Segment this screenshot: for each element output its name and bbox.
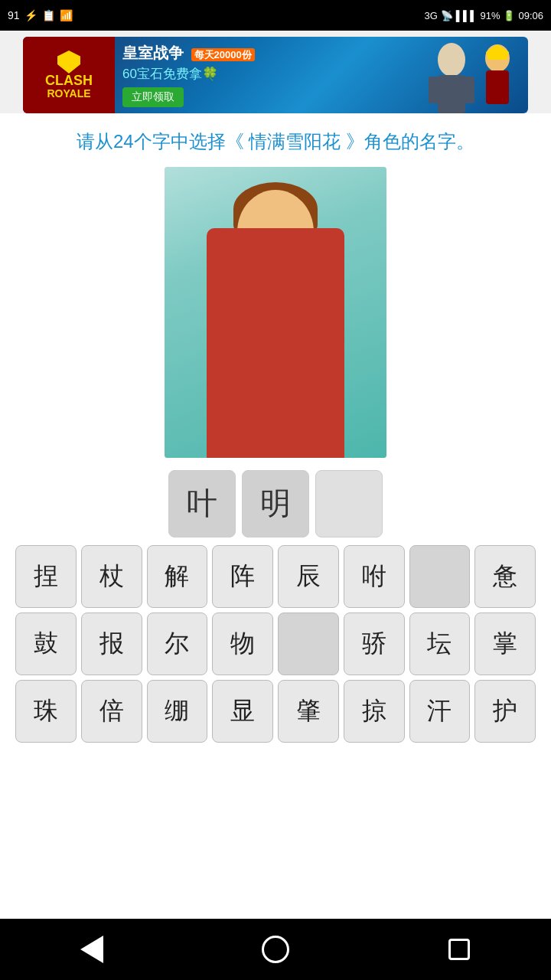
ad-content: 皇室战争 每天20000份 60宝石免费拿🍀 立即领取 xyxy=(115,37,413,113)
ad-logo-line2: ROYALE xyxy=(47,87,90,100)
ad-title-text: 皇室战争 xyxy=(122,44,184,61)
question-text: 请从24个字中选择《 情满雪阳花 》角色的名字。 xyxy=(15,129,536,155)
char-btn-r2-c0[interactable]: 珠 xyxy=(15,680,77,743)
char-btn-r2-c7[interactable]: 护 xyxy=(474,680,536,743)
char-btn-r2-c3[interactable]: 显 xyxy=(212,680,273,743)
ad-badge: 每天20000份 xyxy=(191,48,255,61)
char-btn-r1-c0[interactable]: 鼓 xyxy=(15,612,77,675)
char-btn-r0-c1[interactable]: 杖 xyxy=(81,545,142,608)
svg-rect-2 xyxy=(429,77,439,103)
clock: 09:06 xyxy=(518,10,543,21)
nav-bar xyxy=(0,919,551,980)
ad-logo-line1: CLASH xyxy=(45,74,93,87)
char-btn-r2-c2[interactable]: 绷 xyxy=(147,680,208,743)
battery-icon: 91 xyxy=(8,9,20,21)
answer-slot-1[interactable]: 明 xyxy=(242,470,309,537)
main-content: 请从24个字中选择《 情满雪阳花 》角色的名字。 叶明 捏杖解阵辰咐惫鼓报尔物骄… xyxy=(0,113,551,919)
char-grid: 捏杖解阵辰咐惫鼓报尔物骄坛掌珠倍绷显肇掠汗护 xyxy=(15,545,536,743)
char-btn-r1-c4 xyxy=(278,612,339,675)
home-icon xyxy=(262,936,289,963)
char-btn-r0-c6 xyxy=(409,545,471,608)
status-left: 91 ⚡ 📋 📶 xyxy=(8,9,73,21)
back-icon xyxy=(80,936,103,963)
answer-slots: 叶明 xyxy=(168,470,383,537)
svg-rect-5 xyxy=(486,70,509,104)
recent-button[interactable] xyxy=(436,926,482,972)
sim-icon: 📋 xyxy=(42,9,55,21)
char-btn-r1-c7[interactable]: 掌 xyxy=(474,612,536,675)
char-btn-r1-c6[interactable]: 坛 xyxy=(409,612,471,675)
network-type: 3G xyxy=(424,10,437,21)
char-btn-r0-c3[interactable]: 阵 xyxy=(212,545,273,608)
svg-marker-6 xyxy=(486,44,509,60)
clash-shield-icon xyxy=(57,51,80,74)
status-right: 3G 📡 ▌▌▌ 91% 🔋 09:06 xyxy=(424,10,543,21)
svg-rect-1 xyxy=(438,75,465,113)
svg-rect-3 xyxy=(464,77,474,103)
svg-point-0 xyxy=(438,43,465,77)
ad-claim-button[interactable]: 立即领取 xyxy=(122,87,184,107)
status-bar: 91 ⚡ 📋 📶 3G 📡 ▌▌▌ 91% 🔋 09:06 xyxy=(0,0,551,31)
char-btn-r0-c7[interactable]: 惫 xyxy=(474,545,536,608)
signal-bars: ▌▌▌ xyxy=(456,10,478,21)
char-btn-r0-c0[interactable]: 捏 xyxy=(15,545,77,608)
char-btn-r1-c5[interactable]: 骄 xyxy=(344,612,405,675)
char-btn-r2-c4[interactable]: 肇 xyxy=(278,680,339,743)
ad-subtitle: 60宝石免费拿🍀 xyxy=(122,65,406,83)
signal-icon: 📶 xyxy=(60,9,73,21)
char-btn-r2-c6[interactable]: 汗 xyxy=(409,680,471,743)
char-btn-r2-c1[interactable]: 倍 xyxy=(81,680,142,743)
ad-characters xyxy=(413,37,528,113)
battery-icon2: 🔋 xyxy=(503,10,515,21)
person-image xyxy=(165,167,386,458)
person-body xyxy=(207,228,344,458)
char-btn-r0-c5[interactable]: 咐 xyxy=(344,545,405,608)
back-button[interactable] xyxy=(69,926,115,972)
usb-icon: ⚡ xyxy=(24,9,37,21)
battery-percent: 91% xyxy=(480,10,500,21)
char-btn-r0-c4[interactable]: 辰 xyxy=(278,545,339,608)
answer-slot-0[interactable]: 叶 xyxy=(168,470,236,537)
ad-character-svg xyxy=(413,37,528,113)
ad-title: 皇室战争 每天20000份 xyxy=(122,43,406,64)
recent-icon xyxy=(448,939,470,960)
char-btn-r1-c3[interactable]: 物 xyxy=(212,612,273,675)
char-btn-r2-c5[interactable]: 掠 xyxy=(344,680,405,743)
wifi-icon: 📡 xyxy=(441,10,453,21)
char-btn-r1-c2[interactable]: 尔 xyxy=(147,612,208,675)
ad-logo: CLASH ROYALE xyxy=(23,37,115,113)
char-btn-r1-c1[interactable]: 报 xyxy=(81,612,142,675)
char-btn-r0-c2[interactable]: 解 xyxy=(147,545,208,608)
ad-banner[interactable]: CLASH ROYALE 皇室战争 每天20000份 60宝石免费拿🍀 立即领取 xyxy=(23,37,528,113)
answer-slot-2[interactable] xyxy=(315,470,383,537)
home-button[interactable] xyxy=(253,926,298,972)
